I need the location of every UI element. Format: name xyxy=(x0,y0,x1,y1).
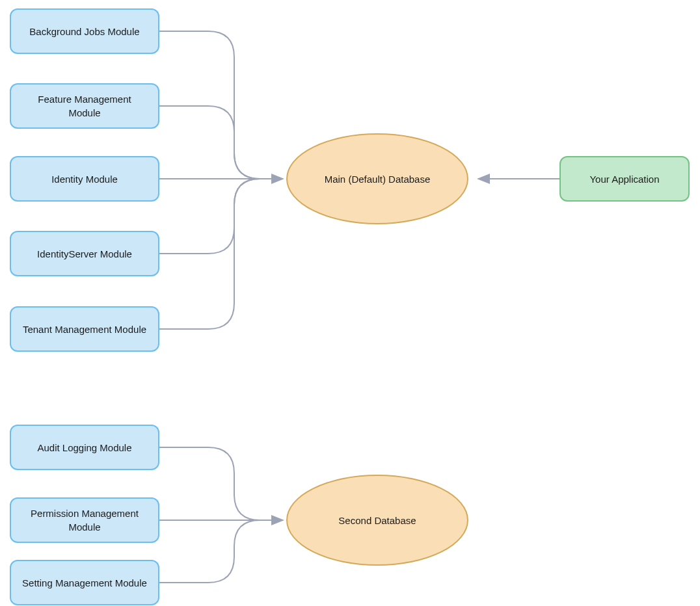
database-label: Main (Default) Database xyxy=(325,172,431,186)
module-label: Audit Logging Module xyxy=(37,441,131,454)
module-audit-logging: Audit Logging Module xyxy=(10,425,159,470)
app-label: Your Application xyxy=(589,174,659,185)
module-tenant-management: Tenant Management Module xyxy=(10,306,159,352)
module-identity-server: IdentityServer Module xyxy=(10,231,159,276)
module-label: IdentityServer Module xyxy=(37,247,132,261)
module-label: Permission Management Module xyxy=(21,507,148,534)
module-label: Background Jobs Module xyxy=(29,25,139,38)
module-feature-management: Feature Management Module xyxy=(10,83,159,129)
module-background-jobs: Background Jobs Module xyxy=(10,8,159,54)
database-label: Second Database xyxy=(338,514,416,527)
database-second: Second Database xyxy=(286,475,468,566)
module-label: Feature Management Module xyxy=(21,92,148,120)
module-label: Identity Module xyxy=(51,172,118,186)
module-setting-management: Setting Management Module xyxy=(10,560,159,605)
database-main: Main (Default) Database xyxy=(286,133,468,224)
module-label: Setting Management Module xyxy=(22,576,147,590)
module-label: Tenant Management Module xyxy=(23,323,146,336)
module-identity: Identity Module xyxy=(10,156,159,202)
module-permission-management: Permission Management Module xyxy=(10,497,159,543)
your-application: Your Application xyxy=(559,156,690,202)
